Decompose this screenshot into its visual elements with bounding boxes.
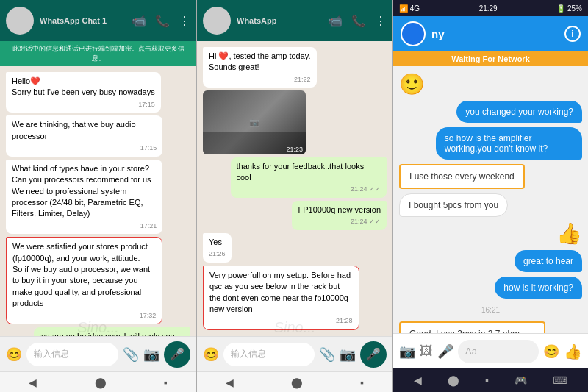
message-item-out: FP10000q new version 21:24 ✓✓ xyxy=(292,201,387,230)
attach-icon[interactable]: 📎 xyxy=(319,346,335,363)
info-icon[interactable]: i xyxy=(564,26,581,42)
home-icon-right[interactable]: ⬤ xyxy=(448,374,459,386)
chat-messages-right: 🙂 you changed your working? so how is th… xyxy=(393,66,588,333)
mic-button[interactable]: 🎤 xyxy=(360,341,387,368)
keyboard-icon[interactable]: ⌨ xyxy=(553,374,567,386)
more-icon[interactable]: ⋮ xyxy=(375,14,387,28)
recent-icon-right[interactable]: ▪ xyxy=(485,374,489,386)
back-nav-icon[interactable]: ◀ xyxy=(226,377,234,388)
message-item-highlighted: Very powerfull on my setup. Before had q… xyxy=(203,266,359,330)
message-item: What kind of types have in your store?Ca… xyxy=(6,160,162,235)
time-divider: 16:21 xyxy=(399,306,582,314)
messenger-panel-right: 📶 4G 21:29 🔋 25% ny i Waiting For Networ… xyxy=(392,0,588,392)
chat-messages-left: Hello❤️Sorry but I've been very busy now… xyxy=(0,66,196,336)
status-bar-right: 📶 4G 21:29 🔋 25% xyxy=(393,0,588,16)
message-item-highlighted: We were satisfied your stores product (f… xyxy=(6,237,162,324)
message-input-left[interactable]: 输入信息 xyxy=(26,343,118,366)
network-status-banner: Waiting For Network xyxy=(393,51,588,66)
message-item: Hello❤️Sorry but I've been very busy now… xyxy=(6,72,161,113)
message-item-out: thanks for your feedback..that looks coo… xyxy=(231,157,387,198)
message-item: Yes 21:26 xyxy=(203,233,232,263)
home-nav-icon[interactable]: ⬤ xyxy=(95,377,107,388)
contact-name: WhatsApp Chat 1 xyxy=(40,16,107,25)
time-display: 21:29 xyxy=(479,4,498,13)
battery-display: 🔋 25% xyxy=(556,4,582,13)
gallery-icon[interactable]: 🖼 xyxy=(420,343,433,359)
message-item-out: we are on holiday now, I will reply you … xyxy=(34,327,190,336)
chat-header-middle: WhatsApp 📹 📞 ⋮ xyxy=(197,0,392,41)
sent-message-how: how is it working? xyxy=(495,277,582,299)
nav-bar-left: ◀ ⬤ ▪ xyxy=(0,371,196,392)
emoji-icon[interactable]: 😊 xyxy=(6,346,22,363)
message-input-right[interactable]: Aa xyxy=(458,340,539,363)
header-icons: 📹 📞 ⋮ xyxy=(132,14,190,28)
camera-input-icon[interactable]: 📷 xyxy=(399,343,415,360)
chat-messages-middle: Hi ❤️, tested the amp today.Sounds great… xyxy=(197,41,392,336)
nav-bar-middle: ◀ ⬤ ▪ xyxy=(197,371,392,392)
game-icon[interactable]: 🎮 xyxy=(514,374,527,386)
encryption-status: 此对话中的信息和通话已进行端到端加密。点击获取更多信息。 xyxy=(0,41,196,66)
sent-message: you changed your working? xyxy=(456,101,582,123)
messenger-header: ny i xyxy=(393,16,588,51)
video-call-icon[interactable]: 📹 xyxy=(328,14,343,28)
camera-icon[interactable]: 📷 xyxy=(340,346,356,363)
back-icon-right[interactable]: ◀ xyxy=(414,374,422,386)
recent-nav-icon[interactable]: ▪ xyxy=(164,377,168,388)
recent-nav-icon[interactable]: ▪ xyxy=(360,377,364,388)
nav-bar-right: ◀ ⬤ ▪ 🎮 ⌨ xyxy=(393,368,588,392)
emoji-message: 🙂 xyxy=(399,72,425,96)
attach-icon[interactable]: 📎 xyxy=(123,346,139,363)
whatsapp-panel-middle: WhatsApp 📹 📞 ⋮ Hi ❤️, tested the amp tod… xyxy=(196,0,392,392)
message-item: Hi ❤️, tested the amp today.Sounds great… xyxy=(203,47,317,88)
received-message: I bought 5pcs from you xyxy=(399,193,508,217)
contact-name-middle: WhatsApp xyxy=(237,16,276,25)
contact-avatar xyxy=(401,21,426,46)
header-icons-middle: 📹 📞 ⋮ xyxy=(328,14,387,28)
contact-name-right: ny xyxy=(431,28,445,40)
chat-image: 📷 21:23 xyxy=(203,90,306,154)
avatar xyxy=(6,7,34,35)
sent-message-great: great to hear xyxy=(514,250,582,272)
message-input-middle[interactable]: 输入信息 xyxy=(223,343,315,366)
more-icon[interactable]: ⋮ xyxy=(179,14,190,28)
chat-header-left: WhatsApp Chat 1 📹 📞 ⋮ xyxy=(0,0,196,41)
avatar xyxy=(203,7,231,35)
mic-button[interactable]: 🎤 xyxy=(164,341,190,368)
video-call-icon[interactable]: 📹 xyxy=(132,14,146,28)
sent-message: so how is the amplifier working,you don'… xyxy=(436,127,582,160)
thumbs-up-send[interactable]: 👍 xyxy=(564,343,582,360)
call-icon[interactable]: 📞 xyxy=(155,14,170,28)
received-message-highlighted: I use those every weekend xyxy=(399,164,525,189)
call-icon[interactable]: 📞 xyxy=(351,14,366,28)
received-message-final-highlighted: Good. I use 2pcs in 2.7 ohm and 3pcs in … xyxy=(399,321,545,333)
signal-icons: 📶 4G xyxy=(399,4,420,13)
image-timestamp: 21:23 xyxy=(286,146,303,153)
back-nav-icon[interactable]: ◀ xyxy=(29,377,37,388)
message-input-bar-left[interactable]: 😊 输入信息 📎 📷 🎤 xyxy=(0,336,196,371)
emoji-input-icon[interactable]: 😊 xyxy=(543,343,559,360)
message-input-bar-right[interactable]: 📷 🖼 🎤 Aa 😊 👍 xyxy=(393,333,588,368)
message-item: We are thinking, that we buy audio proce… xyxy=(6,115,162,156)
whatsapp-panel-left: WhatsApp Chat 1 📹 📞 ⋮ 此对话中的信息和通话已进行端到端加密… xyxy=(0,0,196,392)
mic-input-icon[interactable]: 🎤 xyxy=(437,343,453,360)
emoji-icon[interactable]: 😊 xyxy=(203,346,219,363)
camera-icon[interactable]: 📷 xyxy=(143,346,159,363)
thumbs-up-reaction: 👍 xyxy=(556,221,582,246)
message-input-bar-middle[interactable]: 😊 输入信息 📎 📷 🎤 xyxy=(197,336,392,371)
home-nav-icon[interactable]: ⬤ xyxy=(291,377,303,388)
